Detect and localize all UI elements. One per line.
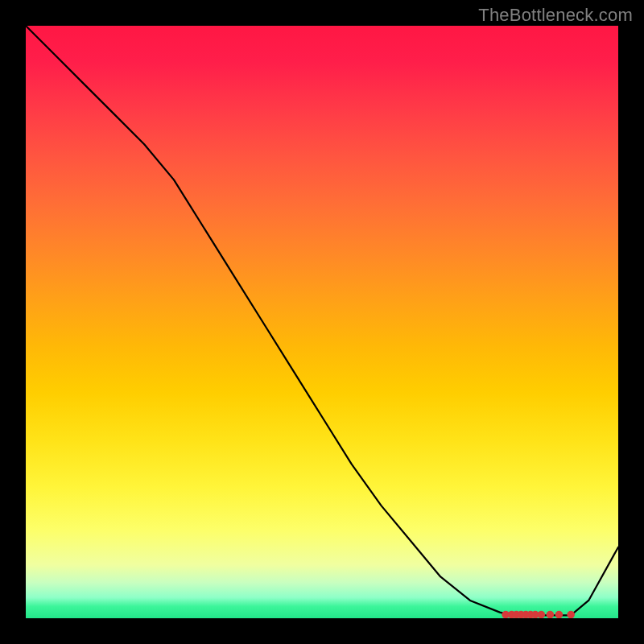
marker-dot xyxy=(555,611,564,618)
plot-area xyxy=(26,26,618,618)
line-series xyxy=(26,26,618,615)
chart-canvas: TheBottleneck.com xyxy=(0,0,644,644)
chart-svg xyxy=(26,26,618,618)
marker-dot xyxy=(567,611,575,618)
marker-dot xyxy=(547,611,555,618)
watermark-label: TheBottleneck.com xyxy=(478,5,633,26)
marker-dot xyxy=(538,611,546,618)
